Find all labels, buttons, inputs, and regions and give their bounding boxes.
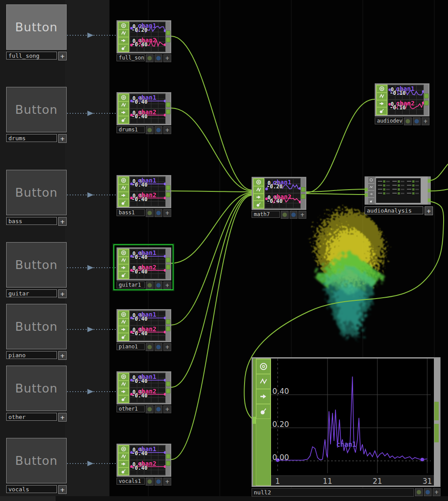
output-connector[interactable] — [166, 102, 170, 107]
output-connector-strip[interactable] — [166, 22, 170, 52]
viewer-flag-icon[interactable] — [118, 311, 129, 318]
audioAnalysis-output-connectors[interactable] — [428, 176, 431, 205]
node-null2[interactable]: 0.40 0.20 0.00 chan1 1 11 21 31 null2 — [252, 357, 440, 497]
add-comment-button[interactable]: + — [163, 405, 171, 413]
output-connector[interactable] — [428, 189, 431, 192]
output-connector[interactable] — [166, 319, 170, 324]
bypass-flag-icon[interactable] — [118, 333, 129, 340]
output-connector-strip[interactable] — [166, 93, 170, 124]
chop-viewer[interactable]: 0.40 -0.40 chan1 0.40 -0.40 chan2 — [130, 373, 166, 403]
export-flag-icon[interactable] — [118, 192, 129, 199]
clamp-flag-icon[interactable] — [368, 183, 375, 191]
chop-body[interactable]: 0.40 -0.40 chan1 0.40 -0.40 chan2 — [117, 175, 171, 208]
export-flag-icon[interactable] — [118, 264, 129, 272]
bypass-flag-icon[interactable] — [256, 404, 271, 419]
output-connector[interactable] — [166, 265, 170, 269]
chop-body[interactable]: 0.40 -0.40 chan1 0.40 -0.40 chan2 — [117, 444, 171, 477]
audioAnalysis-mini-panel[interactable] — [376, 178, 421, 203]
output-connector[interactable] — [166, 389, 170, 393]
export-flag-icon[interactable] — [118, 37, 129, 45]
viewer-flag-icon[interactable] — [253, 179, 264, 186]
chop-viewer[interactable]: 0.20 -0.20 chan1 0.40 -0.40 chan2 — [130, 22, 166, 52]
output-connector-strip[interactable] — [424, 85, 428, 115]
node-other1[interactable]: 0.40 -0.40 chan1 0.40 -0.40 chan2 other1 — [117, 371, 171, 413]
node-color-green[interactable] — [415, 488, 423, 496]
node-color-green[interactable] — [146, 405, 154, 413]
clamp-flag-icon[interactable] — [118, 30, 129, 37]
output-connector[interactable] — [166, 37, 170, 42]
output-connector[interactable] — [434, 424, 439, 442]
node-name-field[interactable]: bass1 — [117, 209, 145, 216]
node-name-field[interactable]: vocals1 — [117, 478, 145, 485]
wire[interactable] — [431, 164, 448, 180]
chop-body[interactable]: 0.40 -0.40 chan1 0.40 -0.40 chan2 — [117, 371, 171, 404]
bypass-flag-icon[interactable] — [118, 44, 129, 52]
node-audioAnalysis[interactable]: audioAnalysis + — [365, 176, 431, 215]
input-connector[interactable] — [252, 417, 256, 424]
button-face[interactable]: Button — [6, 242, 67, 288]
node-color-blue[interactable] — [154, 478, 162, 486]
output-connector[interactable] — [166, 109, 170, 114]
chop-body[interactable]: 0.20 -0.20 chan1 0.40 -0.40 chan2 — [252, 177, 306, 210]
viewer-flag-icon[interactable] — [118, 94, 129, 101]
chop-body[interactable]: 0.40 -0.40 chan1 0.40 -0.40 chan2 — [117, 247, 171, 280]
clamp-flag-icon[interactable] — [118, 381, 129, 388]
node-bass1[interactable]: 0.40 -0.40 chan1 0.40 -0.40 chan2 bass1 — [117, 175, 171, 217]
node-name-field[interactable]: audiodevout1 — [375, 117, 403, 124]
output-connector[interactable] — [166, 192, 170, 197]
node-color-blue[interactable] — [154, 405, 162, 413]
clamp-flag-icon[interactable] — [118, 257, 129, 264]
wire[interactable] — [171, 108, 252, 191]
bypass-flag-icon[interactable] — [118, 199, 129, 206]
add-comment-button[interactable]: + — [163, 343, 171, 351]
node-color-blue[interactable] — [424, 488, 432, 496]
button-face[interactable]: Button — [6, 87, 67, 132]
add-comment-button[interactable]: + — [163, 126, 171, 134]
export-flag-icon[interactable] — [118, 109, 129, 116]
chop-viewer[interactable]: 0.10 -0.10 chan1 0.10 -0.10 chan2 — [388, 85, 424, 115]
output-connector[interactable] — [166, 30, 170, 35]
node-color-green[interactable] — [281, 211, 289, 219]
node-name-field[interactable]: other1 — [117, 405, 145, 412]
wire[interactable] — [171, 191, 252, 192]
bypass-flag-icon[interactable] — [118, 271, 129, 279]
spectrum-viewer[interactable]: 0.40 0.20 0.00 chan1 1 11 21 31 — [271, 359, 434, 486]
node-color-blue[interactable] — [154, 54, 162, 62]
output-connector[interactable] — [428, 198, 431, 202]
bypass-flag-icon[interactable] — [118, 116, 129, 123]
audioAnalysis-input-connectors[interactable] — [365, 176, 368, 205]
widget-name-field[interactable]: full_song — [6, 52, 57, 60]
button-widget-piano[interactable]: Button piano + — [6, 304, 67, 360]
widget-name-field[interactable]: guitar — [6, 289, 57, 297]
output-connector-strip[interactable] — [301, 178, 305, 209]
input-connector[interactable] — [365, 188, 368, 191]
export-flag-icon[interactable] — [256, 389, 271, 404]
clamp-flag-icon[interactable] — [253, 186, 264, 194]
clamp-flag-icon[interactable] — [118, 453, 129, 460]
node-color-blue[interactable] — [413, 117, 421, 125]
output-connector[interactable] — [166, 381, 170, 386]
bypass-flag-icon[interactable] — [368, 198, 375, 205]
chop-body[interactable]: 0.40 -0.40 chan1 0.40 -0.40 chan2 — [117, 309, 171, 342]
chop-viewer[interactable]: 0.40 -0.40 chan1 0.40 -0.40 chan2 — [130, 177, 166, 206]
output-connector-strip[interactable] — [166, 249, 170, 279]
viewer-flag-icon[interactable] — [256, 359, 271, 374]
node-color-blue[interactable] — [154, 281, 162, 289]
button-face[interactable]: Button — [6, 366, 67, 411]
node-name-field[interactable]: drums1 — [117, 126, 145, 133]
wire[interactable] — [431, 189, 448, 191]
node-color-green[interactable] — [404, 117, 412, 125]
output-connector[interactable] — [301, 194, 305, 199]
button-widget-bass[interactable]: Button bass + — [6, 170, 67, 226]
node-drums1[interactable]: 0.40 -0.40 chan1 0.40 -0.40 chan2 drums1 — [117, 92, 171, 134]
clamp-flag-icon[interactable] — [118, 101, 129, 109]
output-connector[interactable] — [166, 454, 170, 459]
button-face[interactable]: Button — [6, 4, 67, 50]
audioAnalysis-body[interactable] — [365, 176, 431, 205]
add-comment-button[interactable]: + — [58, 217, 67, 226]
bypass-flag-icon[interactable] — [376, 107, 387, 115]
button-face[interactable]: Button — [6, 170, 67, 215]
export-flag-icon[interactable] — [368, 191, 375, 198]
chop-body[interactable]: 0.10 -0.10 chan1 0.10 -0.10 chan2 — [375, 83, 429, 116]
output-connector-strip[interactable] — [166, 373, 170, 403]
